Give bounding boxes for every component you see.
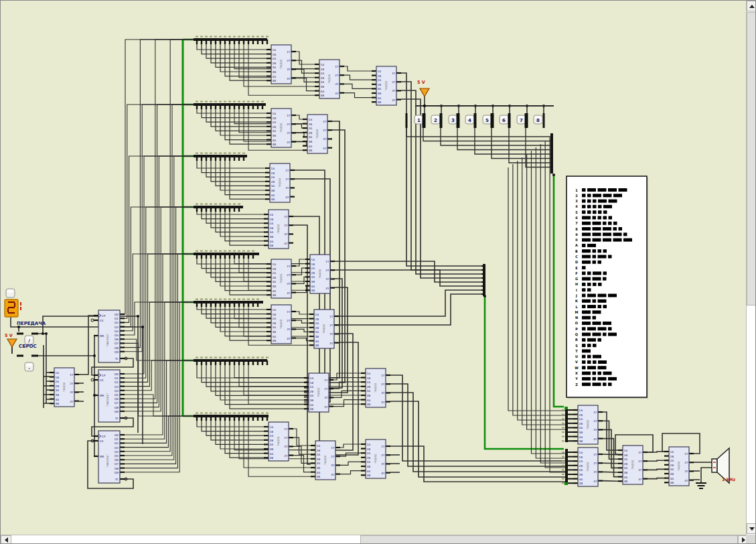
blank-key-button[interactable] xyxy=(6,289,15,297)
wire xyxy=(401,82,483,270)
svg-text:74LS32: 74LS32 xyxy=(586,419,589,429)
net-label-mark xyxy=(228,101,231,103)
svg-text:3Y: 3Y xyxy=(392,89,396,92)
svg-text:3A: 3A xyxy=(270,230,274,234)
svg-text:3A: 3A xyxy=(310,394,314,397)
morse-dot xyxy=(613,222,617,225)
wire xyxy=(220,416,264,449)
wire xyxy=(603,463,618,464)
svg-text:1B: 1B xyxy=(367,448,371,451)
morse-dash xyxy=(598,327,607,330)
scroll-down-button[interactable] xyxy=(747,523,756,534)
svg-text:Q9: Q9 xyxy=(115,471,119,474)
svg-text:1Y: 1Y xyxy=(381,374,385,377)
wire xyxy=(197,254,267,264)
key-button-5[interactable]: 5 xyxy=(483,115,492,124)
morse-dot xyxy=(598,372,602,375)
wire xyxy=(457,128,552,150)
morse-dash xyxy=(593,277,601,281)
wire xyxy=(296,268,305,275)
svg-text:W: W xyxy=(575,366,579,370)
svg-text:Q1: Q1 xyxy=(115,377,119,380)
svg-text:3B: 3B xyxy=(271,189,275,192)
net-label-mark xyxy=(210,357,212,358)
svg-text:G: G xyxy=(575,277,578,281)
scroll-left-button[interactable] xyxy=(1,535,11,544)
key-button-2[interactable]: 2 xyxy=(431,115,440,124)
horizontal-scrollbar[interactable] xyxy=(1,535,756,544)
green-node xyxy=(564,482,568,485)
svg-text:1Y: 1Y xyxy=(285,169,289,172)
svg-text:2A: 2A xyxy=(670,459,674,462)
svg-text:3B: 3B xyxy=(273,330,277,334)
svg-text:3B: 3B xyxy=(309,140,313,143)
morse-dot xyxy=(582,366,586,369)
key-button-8[interactable]: 8 xyxy=(534,115,542,124)
key-button-1[interactable]: 1 xyxy=(414,115,423,124)
morse-dash xyxy=(598,200,607,203)
net-label-mark xyxy=(252,36,254,38)
net-label-mark xyxy=(256,101,259,103)
svg-text:Q2: Q2 xyxy=(115,381,119,384)
svg-text:3B: 3B xyxy=(270,448,274,451)
vertical-scroll-thumb[interactable] xyxy=(747,12,756,305)
wire xyxy=(648,460,664,461)
svg-text:1Y: 1Y xyxy=(331,446,335,450)
morse-dash xyxy=(582,310,591,314)
morse-dash xyxy=(603,227,611,230)
svg-text:1B: 1B xyxy=(670,455,674,458)
scroll-up-button[interactable] xyxy=(747,1,756,11)
vertical-scrollbar[interactable] xyxy=(746,1,756,535)
wire xyxy=(296,60,315,73)
net-label-mark xyxy=(205,299,208,300)
circuit-schematic: 1A1B2A2B3A3B4A4B1Y2Y3Y4Y74LS321A1B2A2B3A… xyxy=(1,1,746,535)
svg-text:4Y: 4Y xyxy=(684,479,688,482)
net-label-mark xyxy=(214,204,217,205)
svg-text:4A: 4A xyxy=(315,340,319,343)
svg-text:1B: 1B xyxy=(270,218,274,221)
svg-text:3A: 3A xyxy=(273,326,277,329)
morse-dot xyxy=(587,271,591,275)
key-button-4[interactable]: 4 xyxy=(465,115,474,124)
svg-text:74LS32: 74LS32 xyxy=(279,273,283,283)
key-button-6[interactable]: 6 xyxy=(500,115,508,124)
morse-dash xyxy=(587,294,596,297)
svg-text:2Y: 2Y xyxy=(285,178,289,181)
svg-text:4A: 4A xyxy=(310,403,314,407)
net-label-mark xyxy=(238,357,240,358)
svg-text:2A: 2A xyxy=(317,453,321,456)
horizontal-scroll-thumb[interactable] xyxy=(360,535,738,544)
key-button-3[interactable]: 3 xyxy=(449,115,457,124)
morse-dot xyxy=(593,316,597,320)
net-label-mark xyxy=(200,204,203,205)
svg-text:TC: TC xyxy=(115,357,119,360)
svg-text:O: O xyxy=(575,321,578,325)
key-button-7[interactable]: 7 xyxy=(517,115,526,124)
morse-dot xyxy=(593,200,597,203)
speaker-icon: 1 kHz xyxy=(712,448,736,483)
net-label-mark xyxy=(562,440,564,441)
svg-text:2B: 2B xyxy=(273,322,277,325)
morse-dot xyxy=(587,205,591,208)
svg-text:3B: 3B xyxy=(579,431,583,434)
morse-dot xyxy=(603,222,607,225)
morse-dash xyxy=(593,271,601,275)
svg-text:74LS32: 74LS32 xyxy=(277,224,280,234)
morse-dot xyxy=(613,227,617,230)
svg-text:1Y: 1Y xyxy=(593,453,597,456)
reset-button[interactable]: СБРОС xyxy=(17,344,38,356)
schematic-canvas[interactable]: 1A1B2A2B3A3B4A4B1Y2Y3Y4Y74LS321A1B2A2B3A… xyxy=(1,1,746,535)
wire xyxy=(225,207,264,241)
net-label-mark xyxy=(252,101,254,103)
net-label-mark xyxy=(196,204,198,205)
morse-dash xyxy=(593,232,601,236)
wire xyxy=(390,446,565,482)
wire xyxy=(401,73,483,266)
scroll-left-icon xyxy=(5,537,8,543)
svg-text:4A: 4A xyxy=(311,285,315,288)
morse-dash xyxy=(603,205,612,208)
svg-text:4A: 4A xyxy=(624,476,628,479)
svg-text:4Y: 4Y xyxy=(325,287,329,290)
reset-button-key[interactable]: . xyxy=(25,362,33,371)
wire xyxy=(94,395,98,456)
